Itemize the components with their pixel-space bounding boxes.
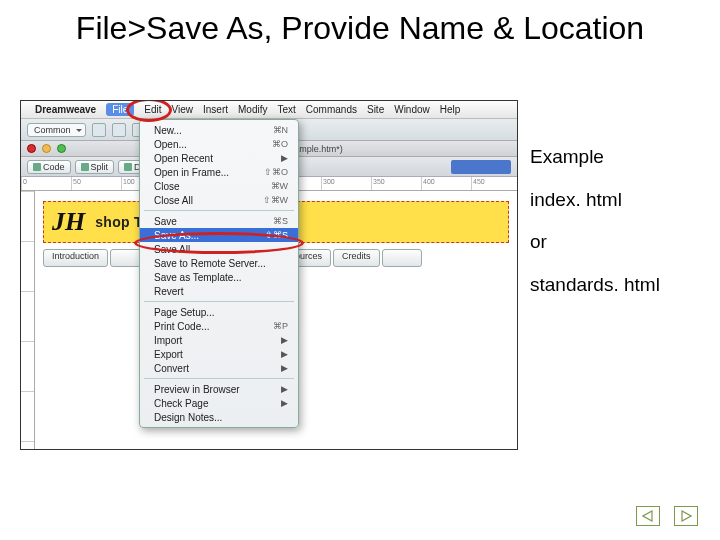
side-line: index. html bbox=[530, 188, 660, 213]
mac-menubar: Dreamweave File Edit View Insert Modify … bbox=[21, 101, 517, 119]
chevron-right-icon: ▶ bbox=[281, 153, 288, 163]
ruler-vertical bbox=[21, 191, 35, 449]
chevron-right-icon: ▶ bbox=[281, 398, 288, 408]
slide-nav bbox=[636, 506, 698, 526]
app-name[interactable]: Dreamweave bbox=[35, 104, 96, 115]
menu-item-new[interactable]: New...⌘N bbox=[140, 123, 298, 137]
menu-item-open-recent[interactable]: Open Recent▶ bbox=[140, 151, 298, 165]
menu-shortcut: ⇧⌘S bbox=[265, 230, 288, 240]
menu-item-preview-in-browser[interactable]: Preview in Browser▶ bbox=[140, 382, 298, 396]
menu-separator bbox=[144, 378, 294, 379]
insert-category-combo[interactable]: Common bbox=[27, 123, 86, 137]
window-close-icon[interactable] bbox=[27, 144, 36, 153]
svg-marker-0 bbox=[643, 511, 652, 521]
menu-text[interactable]: Text bbox=[277, 104, 295, 115]
menu-item-save-as-template[interactable]: Save as Template... bbox=[140, 270, 298, 284]
slide-title: File>Save As, Provide Name & Location bbox=[0, 0, 720, 58]
code-view-button[interactable]: Code bbox=[27, 160, 71, 174]
prev-slide-button[interactable] bbox=[636, 506, 660, 526]
menu-item-convert[interactable]: Convert▶ bbox=[140, 361, 298, 375]
window-minimize-icon[interactable] bbox=[42, 144, 51, 153]
menu-shortcut: ⌘P bbox=[273, 321, 288, 331]
menu-help[interactable]: Help bbox=[440, 104, 461, 115]
chevron-right-icon: ▶ bbox=[281, 335, 288, 345]
menu-item-page-setup[interactable]: Page Setup... bbox=[140, 305, 298, 319]
menu-shortcut: ⇧⌘W bbox=[263, 195, 289, 205]
menu-shortcut: ⌘O bbox=[272, 139, 288, 149]
menu-item-open-in-frame[interactable]: Open in Frame...⇧⌘O bbox=[140, 165, 298, 179]
window-zoom-icon[interactable] bbox=[57, 144, 66, 153]
insert-icon[interactable] bbox=[112, 123, 126, 137]
chevron-right-icon: ▶ bbox=[281, 349, 288, 359]
menu-item-save-as[interactable]: Save As...⇧⌘S bbox=[140, 228, 298, 242]
menu-item-save[interactable]: Save⌘S bbox=[140, 214, 298, 228]
menu-item-save-to-remote-server[interactable]: Save to Remote Server... bbox=[140, 256, 298, 270]
chevron-right-icon: ▶ bbox=[281, 384, 288, 394]
side-line: or bbox=[530, 230, 660, 255]
menu-item-revert[interactable]: Revert bbox=[140, 284, 298, 298]
menu-window[interactable]: Window bbox=[394, 104, 430, 115]
page-tab[interactable]: Credits bbox=[333, 249, 380, 267]
menu-site[interactable]: Site bbox=[367, 104, 384, 115]
menu-modify[interactable]: Modify bbox=[238, 104, 267, 115]
menu-item-open[interactable]: Open...⌘O bbox=[140, 137, 298, 151]
side-line: Example bbox=[530, 145, 660, 170]
menu-edit[interactable]: Edit bbox=[144, 104, 161, 115]
menu-item-print-code[interactable]: Print Code...⌘P bbox=[140, 319, 298, 333]
page-tab[interactable] bbox=[382, 249, 422, 267]
menu-view[interactable]: View bbox=[172, 104, 194, 115]
insert-icon[interactable] bbox=[92, 123, 106, 137]
triangle-left-icon bbox=[642, 510, 654, 522]
menu-commands[interactable]: Commands bbox=[306, 104, 357, 115]
menu-item-import[interactable]: Import▶ bbox=[140, 333, 298, 347]
toolbar-right-block bbox=[451, 160, 511, 174]
side-line: standards. html bbox=[530, 273, 660, 298]
menu-insert[interactable]: Insert bbox=[203, 104, 228, 115]
page-tab[interactable]: Introduction bbox=[43, 249, 108, 267]
menu-shortcut: ⇧⌘O bbox=[264, 167, 288, 177]
triangle-right-icon bbox=[680, 510, 692, 522]
app-screenshot: Dreamweave File Edit View Insert Modify … bbox=[20, 100, 518, 450]
file-menu-dropdown: New...⌘NOpen...⌘OOpen Recent▶Open in Fra… bbox=[139, 119, 299, 428]
side-text: Example index. html or standards. html bbox=[530, 145, 660, 316]
menu-separator bbox=[144, 301, 294, 302]
menu-separator bbox=[144, 210, 294, 211]
menu-file[interactable]: File bbox=[106, 103, 134, 116]
menu-shortcut: ⌘W bbox=[271, 181, 289, 191]
next-slide-button[interactable] bbox=[674, 506, 698, 526]
menu-shortcut: ⌘S bbox=[273, 216, 288, 226]
svg-marker-1 bbox=[682, 511, 691, 521]
menu-item-design-notes[interactable]: Design Notes... bbox=[140, 410, 298, 424]
menu-item-check-page[interactable]: Check Page▶ bbox=[140, 396, 298, 410]
menu-item-close[interactable]: Close⌘W bbox=[140, 179, 298, 193]
chevron-right-icon: ▶ bbox=[281, 363, 288, 373]
banner-logo: JH bbox=[52, 207, 85, 237]
menu-shortcut: ⌘N bbox=[273, 125, 289, 135]
menu-item-save-all[interactable]: Save All bbox=[140, 242, 298, 256]
menu-item-export[interactable]: Export▶ bbox=[140, 347, 298, 361]
split-view-button[interactable]: Split bbox=[75, 160, 115, 174]
menu-item-close-all[interactable]: Close All⇧⌘W bbox=[140, 193, 298, 207]
